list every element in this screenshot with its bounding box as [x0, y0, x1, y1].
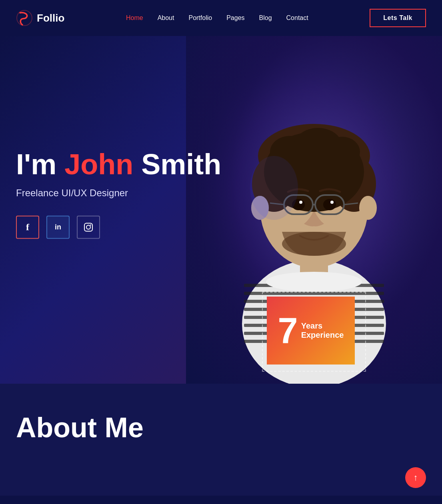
lets-talk-button[interactable]: Lets Talk [370, 9, 426, 27]
about-section: About Me [0, 384, 442, 496]
nav-item-home[interactable]: Home [126, 14, 143, 22]
nav-item-pages[interactable]: Pages [226, 14, 244, 22]
logo-text: Follio [37, 12, 64, 24]
experience-label: Experience [301, 331, 344, 340]
nav-link-portfolio[interactable]: Portfolio [188, 14, 212, 21]
linkedin-icon: in [55, 223, 61, 231]
hero-section: I'm John Smith Freelance UI/UX Designer … [0, 36, 442, 384]
nav-links: Home About Portfolio Pages Blog Contact [126, 14, 308, 22]
svg-rect-36 [84, 223, 92, 231]
experience-number: 7 [278, 313, 298, 349]
instagram-icon-button[interactable] [77, 216, 100, 239]
navbar: Follio Home About Portfolio Pages Blog C… [0, 0, 442, 36]
about-title: About Me [16, 412, 426, 444]
logo[interactable]: Follio [16, 10, 64, 26]
linkedin-icon-button[interactable]: in [46, 216, 70, 239]
hero-content: I'm John Smith Freelance UI/UX Designer … [16, 149, 221, 239]
nav-item-portfolio[interactable]: Portfolio [188, 14, 212, 22]
svg-point-29 [299, 201, 302, 204]
nav-link-about[interactable]: About [158, 14, 174, 21]
nav-link-blog[interactable]: Blog [259, 14, 272, 21]
svg-point-28 [323, 199, 336, 210]
svg-point-13 [266, 272, 362, 292]
svg-point-37 [86, 225, 90, 229]
hero-name-white: Smith [133, 148, 221, 180]
hero-name-red: John [64, 148, 133, 180]
scroll-to-top-button[interactable]: ↑ [405, 467, 426, 488]
svg-point-21 [324, 137, 360, 167]
instagram-icon [84, 223, 93, 232]
nav-link-pages[interactable]: Pages [226, 14, 244, 21]
nav-item-blog[interactable]: Blog [259, 14, 272, 22]
nav-item-about[interactable]: About [158, 14, 174, 22]
scroll-top-arrow-icon: ↑ [414, 472, 418, 483]
svg-point-30 [330, 201, 334, 204]
svg-point-38 [90, 225, 91, 226]
svg-point-35 [250, 156, 298, 220]
hero-title: I'm John Smith [16, 149, 221, 180]
svg-point-33 [359, 196, 377, 220]
experience-years-label: Years [301, 321, 322, 331]
facebook-icon: f [26, 222, 29, 233]
facebook-icon-button[interactable]: f [16, 216, 39, 239]
experience-text: Years Experience [301, 321, 344, 340]
logo-icon [16, 10, 33, 26]
experience-badge-inner: 7 Years Experience [267, 297, 355, 365]
experience-badge: 7 Years Experience [262, 292, 366, 372]
social-icons: f in [16, 216, 221, 239]
nav-link-home[interactable]: Home [126, 14, 143, 21]
nav-link-contact[interactable]: Contact [286, 14, 308, 21]
hero-greeting: I'm [16, 148, 64, 180]
nav-item-contact[interactable]: Contact [286, 14, 308, 22]
hero-subtitle: Freelance UI/UX Designer [16, 188, 221, 199]
